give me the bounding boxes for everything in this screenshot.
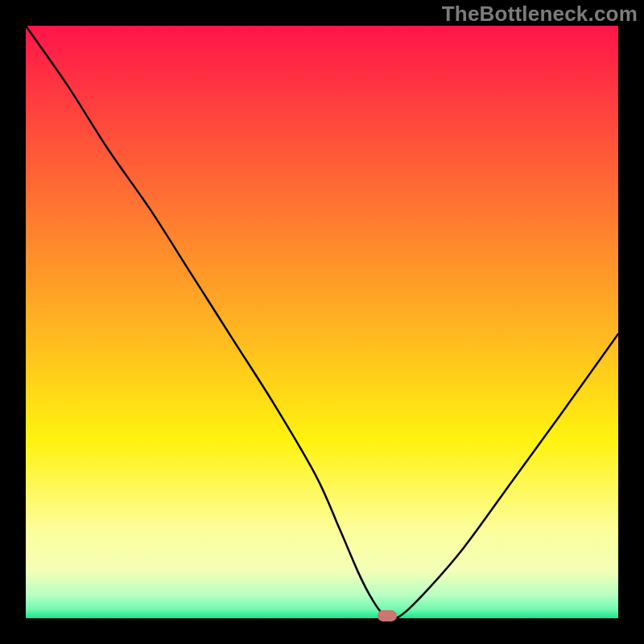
chart-plot-area (26, 26, 618, 618)
chart-svg (26, 26, 618, 618)
chart-curve (26, 26, 618, 618)
watermark: TheBottleneck.com (442, 2, 638, 27)
chart-marker (378, 610, 397, 621)
